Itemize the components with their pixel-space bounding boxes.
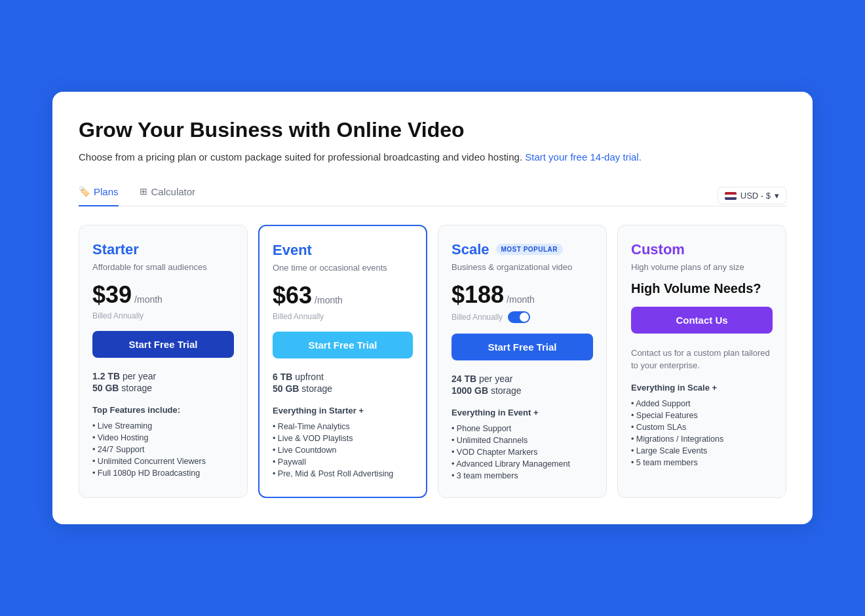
high-volume-text: High Volume Needs? xyxy=(631,281,773,296)
list-item: • 5 team members xyxy=(631,457,773,469)
plan-bandwidth-starter: 1.2 TB per year 50 GB storage xyxy=(92,371,234,395)
tabs-row: 🏷️ Plans ⊞ Calculator USD - $ ▾ xyxy=(79,186,786,206)
plan-tagline-scale: Business & organizational video xyxy=(452,262,593,272)
price-billed-starter: Billed Annually xyxy=(92,311,234,320)
list-item: • Migrations / Integrations xyxy=(631,433,773,445)
list-item: • Live Streaming xyxy=(92,420,234,432)
price-amount-event: $63 xyxy=(273,282,312,309)
plan-name-custom: Custom xyxy=(631,241,685,258)
price-amount-scale: $188 xyxy=(452,281,504,309)
list-item: • Paywall xyxy=(273,456,413,468)
plan-price-event: $63 /month xyxy=(273,282,413,309)
features-list-custom: • Added Support • Special Features • Cus… xyxy=(631,398,773,469)
list-item: • VOD Chapter Markers xyxy=(452,446,593,458)
bandwidth-line-2: 50 GB storage xyxy=(273,383,413,394)
tab-plans[interactable]: 🏷️ Plans xyxy=(79,186,119,206)
features-list-event: • Real-Time Analytics • Live & VOD Playl… xyxy=(273,421,413,480)
features-list-scale: • Phone Support • Unlimited Channels • V… xyxy=(452,423,593,482)
calculator-icon: ⊞ xyxy=(140,186,147,197)
scale-cta-button[interactable]: Start Free Trial xyxy=(452,334,593,360)
list-item: • Large Scale Events xyxy=(631,445,773,457)
plan-name-event: Event xyxy=(273,242,312,259)
price-period-event: /month xyxy=(315,295,343,305)
plan-bandwidth-scale: 24 TB per year 1000 GB storage xyxy=(452,374,593,397)
pricing-container: Grow Your Business with Online Video Cho… xyxy=(52,92,813,524)
features-label-starter: Top Features include: xyxy=(92,405,234,415)
plan-tagline-custom: High volume plans of any size xyxy=(631,262,773,272)
currency-selector[interactable]: USD - $ ▾ xyxy=(718,187,786,204)
plans-icon: 🏷️ xyxy=(79,186,90,197)
price-billed-scale: Billed Annually xyxy=(452,311,593,323)
price-amount-starter: $39 xyxy=(92,281,132,309)
list-item: • 24/7 Support xyxy=(92,444,234,455)
price-period-scale: /month xyxy=(507,294,535,305)
list-item: • Special Features xyxy=(631,410,773,421)
plan-header-custom: Custom xyxy=(631,241,773,258)
plan-price-starter: $39 /month xyxy=(92,281,234,309)
plan-bandwidth-event: 6 TB upfront 50 GB storage xyxy=(273,372,413,395)
plan-tagline-event: One time or occasional events xyxy=(273,263,413,273)
list-item: • 3 team members xyxy=(452,470,593,482)
list-item: • Real-Time Analytics xyxy=(273,421,413,433)
list-item: • Live & VOD Playlists xyxy=(273,433,413,444)
plan-name-scale: Scale xyxy=(452,241,490,258)
tab-calculator[interactable]: ⊞ Calculator xyxy=(140,186,196,206)
features-label-custom: Everything in Scale + xyxy=(631,383,773,393)
list-item: • Video Hosting xyxy=(92,432,234,444)
features-list-starter: • Live Streaming • Video Hosting • 24/7 … xyxy=(92,420,234,479)
bandwidth-line-1: 24 TB per year xyxy=(452,374,593,384)
flag-icon xyxy=(725,192,737,200)
list-item: • Custom SLAs xyxy=(631,421,773,433)
plan-header-starter: Starter xyxy=(92,241,234,258)
plan-header-event: Event xyxy=(273,242,413,259)
list-item: • Full 1080p HD Broadcasting xyxy=(92,467,234,479)
billed-toggle[interactable] xyxy=(508,311,530,323)
tabs-left: 🏷️ Plans ⊞ Calculator xyxy=(79,186,195,206)
most-popular-badge: MOST POPULAR xyxy=(496,244,564,255)
price-period-starter: /month xyxy=(134,294,163,305)
list-item: • Phone Support xyxy=(452,423,593,434)
page-subtitle: Choose from a pricing plan or custom pac… xyxy=(79,150,786,165)
plan-tagline-starter: Affordable for small audiences xyxy=(92,262,234,272)
list-item: • Unlimited Channels xyxy=(452,434,593,446)
list-item: • Live Countdown xyxy=(273,444,413,456)
trial-link[interactable]: Start your free 14-day trial. xyxy=(525,151,642,163)
custom-desc: Contact us for a custom plan tailored to… xyxy=(631,347,773,372)
plan-card-event: Event One time or occasional events $63 … xyxy=(258,225,427,498)
event-cta-button[interactable]: Start Free Trial xyxy=(273,332,413,358)
price-billed-event: Billed Annually xyxy=(273,312,413,321)
plan-card-starter: Starter Affordable for small audiences $… xyxy=(79,225,248,498)
features-label-scale: Everything in Event + xyxy=(452,408,593,417)
chevron-down-icon: ▾ xyxy=(775,191,779,201)
list-item: • Advanced Library Management xyxy=(452,458,593,470)
custom-cta-button[interactable]: Contact Us xyxy=(631,307,773,334)
features-label-event: Everything in Starter + xyxy=(273,406,413,415)
list-item: • Unlimited Concurrent Viewers xyxy=(92,455,234,467)
plan-price-scale: $188 /month xyxy=(452,281,593,309)
bandwidth-line-2: 1000 GB storage xyxy=(452,385,593,396)
list-item: • Added Support xyxy=(631,398,773,410)
plans-grid: Starter Affordable for small audiences $… xyxy=(79,225,786,498)
plan-card-scale: Scale MOST POPULAR Business & organizati… xyxy=(438,225,607,498)
bandwidth-line-1: 6 TB upfront xyxy=(273,372,413,382)
bandwidth-line-1: 1.2 TB per year xyxy=(92,371,234,381)
plan-name-starter: Starter xyxy=(92,241,139,258)
plan-card-custom: Custom High volume plans of any size Hig… xyxy=(617,225,786,498)
bandwidth-line-2: 50 GB storage xyxy=(92,383,234,393)
page-title: Grow Your Business with Online Video xyxy=(79,118,786,142)
list-item: • Pre, Mid & Post Roll Advertising xyxy=(273,468,413,480)
starter-cta-button[interactable]: Start Free Trial xyxy=(92,331,234,358)
plan-header-scale: Scale MOST POPULAR xyxy=(452,241,593,258)
